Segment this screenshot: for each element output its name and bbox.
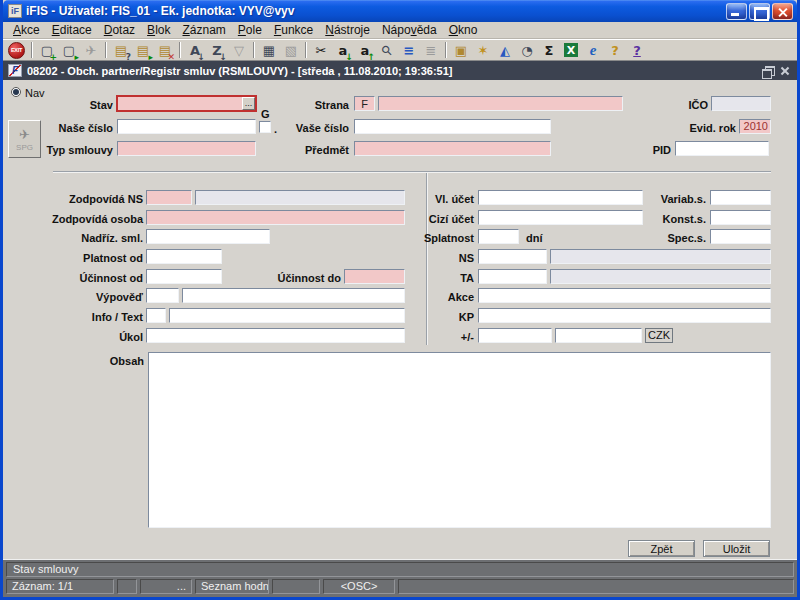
window-title: iFIS - Uživatel: FIS_01 - Ek. jednotka: … <box>26 4 724 18</box>
ta-input[interactable] <box>478 269 547 284</box>
paste-icon[interactable]: a↑ <box>354 41 376 60</box>
send-message-icon[interactable]: ✈ <box>80 41 102 60</box>
web-icon[interactable]: e <box>582 41 604 60</box>
print-preview-icon[interactable]: ▧ <box>280 41 302 60</box>
vase-cislo-input[interactable] <box>354 119 551 134</box>
print-icon[interactable]: ▦ <box>258 41 280 60</box>
typ-smlouvy-input[interactable] <box>117 141 256 156</box>
maximize-button[interactable] <box>749 3 770 20</box>
services-icon[interactable]: ✶ <box>472 41 494 60</box>
menu-blok[interactable]: Blok <box>141 23 176 37</box>
consultation-icon[interactable]: ? <box>604 41 626 60</box>
cizi-ucet-label: Cizí účet <box>383 212 474 227</box>
ns-input[interactable] <box>478 249 547 264</box>
strana-name-input[interactable] <box>378 96 623 111</box>
nase-cislo-input[interactable] <box>117 119 256 134</box>
variab-s-input[interactable] <box>710 190 771 205</box>
toolbar-separator <box>445 42 447 58</box>
status-cell-2 <box>117 579 137 594</box>
back-button[interactable]: Zpět <box>628 540 695 557</box>
help-icon[interactable]: ? <box>626 41 648 60</box>
spec-s-input[interactable] <box>710 229 771 244</box>
menu-nastroje[interactable]: Nástroje <box>319 23 376 37</box>
list-of-values-indicator: Seznam hodn... <box>195 579 269 594</box>
zodpovida-osoba-input[interactable] <box>146 210 405 225</box>
enter-query-icon[interactable]: ▤? <box>110 41 132 60</box>
vypoved-kod-input[interactable] <box>146 288 179 303</box>
obsah-textarea[interactable] <box>148 352 771 528</box>
zodpovida-ns-label: Zodpovídá NS <box>26 192 143 207</box>
application-window: iF iFIS - Uživatel: FIS_01 - Ek. jednotk… <box>0 0 800 600</box>
vypoved-text-input[interactable] <box>182 288 405 303</box>
platnost-od-input[interactable] <box>146 249 222 264</box>
menu-editace[interactable]: Editace <box>46 23 98 37</box>
konst-s-input[interactable] <box>710 210 771 225</box>
sort-ascending-icon[interactable]: A↓ <box>184 41 206 60</box>
tree-navigator-icon[interactable]: ≣ <box>420 41 442 60</box>
spg-label: SPG <box>16 143 33 152</box>
exit-button[interactable]: EXIT <box>8 42 25 59</box>
g-checkbox[interactable] <box>259 121 271 133</box>
toolbar-separator <box>305 42 307 58</box>
ucinnost-od-input[interactable] <box>146 269 222 284</box>
ns-name-field <box>550 249 771 264</box>
splatnost-input[interactable] <box>478 229 519 244</box>
vase-cislo-label: Vaše číslo <box>283 121 349 136</box>
stav-input[interactable] <box>117 96 256 111</box>
deadlines-icon[interactable]: ◔ <box>516 41 538 60</box>
predmet-input[interactable] <box>354 141 551 156</box>
insert-record-icon[interactable]: ▢+ <box>36 41 58 60</box>
info-text-input[interactable] <box>169 308 405 323</box>
menu-akce[interactable]: Akce <box>7 23 46 37</box>
form-close-icon[interactable] <box>778 65 792 77</box>
find-icon[interactable]: ⚲ <box>376 41 398 60</box>
ico-field <box>711 96 771 111</box>
sums-icon[interactable]: Σ <box>538 41 560 60</box>
spec-s-label: Spec.s. <box>616 231 706 246</box>
duplicate-record-icon[interactable]: ▢▸ <box>58 41 80 60</box>
menu-okno[interactable]: Okno <box>443 23 484 37</box>
list-records-icon[interactable]: ≡ <box>398 41 420 60</box>
attachments-icon[interactable]: ▣ <box>450 41 472 60</box>
menu-zaznam[interactable]: Záznam <box>176 23 231 37</box>
cut-icon[interactable]: ✂ <box>310 41 332 60</box>
toolbar-separator <box>253 42 255 58</box>
menu-pole[interactable]: Pole <box>232 23 268 37</box>
kp-input[interactable] <box>478 308 771 323</box>
info-kod-input[interactable] <box>146 308 166 323</box>
close-button[interactable] <box>772 3 793 20</box>
castka1-input[interactable] <box>478 328 552 343</box>
stav-lov-button[interactable]: ... <box>242 97 255 110</box>
status-cells: Záznam: 1/1 ... Seznam hodn... <OSC> <box>6 579 794 594</box>
status-dots: ... <box>140 579 192 594</box>
copy-icon[interactable]: a↓ <box>332 41 354 60</box>
export-excel-icon[interactable]: X <box>560 41 582 60</box>
toolbar-separator <box>179 42 181 58</box>
castka2-input[interactable] <box>555 328 642 343</box>
sort-descending-icon[interactable]: Z↓ <box>206 41 228 60</box>
menu-napoveda[interactable]: Nápověda <box>376 23 443 37</box>
cancel-query-icon[interactable]: ▤✕ <box>154 41 176 60</box>
filter-icon[interactable]: ▽ <box>228 41 250 60</box>
typ-smlouvy-label: Typ smlouvy <box>33 143 113 158</box>
status-cell-7 <box>398 579 794 594</box>
nadriz-sml-input[interactable] <box>146 229 270 244</box>
save-button[interactable]: Uložit <box>703 540 770 557</box>
g-dot-label: . <box>274 122 282 137</box>
ukol-input[interactable] <box>146 328 405 343</box>
menu-funkce[interactable]: Funkce <box>268 23 319 37</box>
nav-radio[interactable] <box>11 87 21 97</box>
strana-code-input[interactable] <box>354 96 375 111</box>
zodpovida-ns-input[interactable] <box>146 190 192 205</box>
minimize-button[interactable] <box>726 3 747 20</box>
menu-dotaz[interactable]: Dotaz <box>98 23 141 37</box>
menu-bar: Akce Editace Dotaz Blok Záznam Pole Funk… <box>3 22 797 39</box>
form-restore-icon[interactable] <box>760 65 774 77</box>
status-bar: Stav smlouvy Záznam: 1/1 ... Seznam hodn… <box>3 559 797 597</box>
execute-query-icon[interactable]: ▤▸ <box>132 41 154 60</box>
ifis-form-icon: F <box>8 64 22 77</box>
akce-input[interactable] <box>478 288 771 303</box>
olap-icon[interactable]: ◭ <box>494 41 516 60</box>
pid-input[interactable] <box>675 141 769 156</box>
app-icon: iF <box>8 4 22 18</box>
